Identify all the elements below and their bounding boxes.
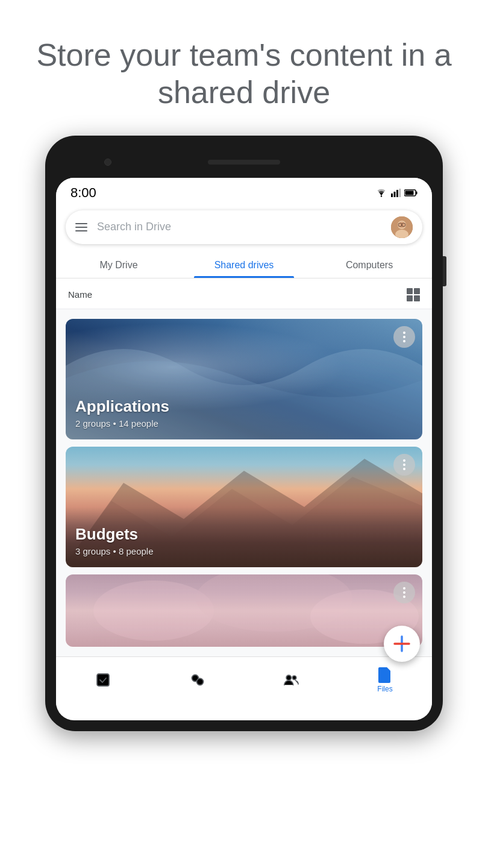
- svg-point-25: [286, 675, 291, 680]
- third-more-button[interactable]: [393, 582, 415, 603]
- nav-item-home[interactable]: [180, 670, 214, 690]
- svg-rect-1: [391, 193, 393, 197]
- hamburger-menu-icon[interactable]: [75, 223, 87, 231]
- phone-side-button: [443, 256, 446, 286]
- drive-card-applications[interactable]: Applications 2 groups • 14 people: [66, 319, 422, 439]
- svg-rect-3: [396, 190, 398, 197]
- cloud-svg: [66, 574, 422, 647]
- drives-list: Applications 2 groups • 14 people: [56, 309, 432, 656]
- svg-rect-4: [399, 189, 401, 197]
- three-dots-icon: [403, 332, 405, 342]
- phone-top-bar: [56, 146, 432, 178]
- status-bar: 8:00: [56, 178, 432, 206]
- avatar[interactable]: [391, 216, 413, 238]
- applications-more-button[interactable]: [393, 326, 415, 348]
- svg-rect-6: [416, 191, 418, 194]
- applications-info: Applications 2 groups • 14 people: [66, 388, 422, 439]
- tab-shared-drives[interactable]: Shared drives: [181, 251, 307, 278]
- budgets-title: Budgets: [75, 525, 413, 544]
- nav-item-files[interactable]: Files: [368, 664, 402, 696]
- search-input-placeholder[interactable]: Search in Drive: [97, 221, 381, 233]
- avatar-svg: [391, 216, 413, 238]
- wifi-icon: [375, 188, 387, 197]
- promo-title: Store your team's content in a shared dr…: [36, 36, 452, 112]
- status-time: 8:00: [70, 185, 96, 201]
- three-dots-icon: [403, 459, 405, 470]
- nav-item-priority[interactable]: [86, 670, 120, 690]
- tab-computers[interactable]: Computers: [307, 251, 432, 278]
- promo-section: Store your team's content in a shared dr…: [0, 0, 488, 136]
- phone-container: 8:00: [0, 136, 488, 731]
- nav-label-files: Files: [377, 685, 392, 693]
- battery-icon: [404, 189, 418, 197]
- fab-new-button[interactable]: [384, 626, 420, 662]
- bottom-navigation: Files: [56, 656, 432, 705]
- phone-screen: 8:00: [56, 178, 432, 720]
- circles-icon: [189, 672, 205, 688]
- svg-point-24: [197, 678, 204, 685]
- budgets-subtitle: 3 groups • 8 people: [75, 546, 413, 556]
- nav-item-shared[interactable]: [274, 670, 308, 690]
- budgets-info: Budgets 3 groups • 8 people: [66, 515, 422, 567]
- tab-navigation: My Drive Shared drives Computers: [56, 251, 432, 278]
- list-view-toggle[interactable]: [407, 288, 420, 301]
- content-area: Name: [56, 278, 432, 656]
- three-dots-icon: [403, 587, 405, 598]
- sort-label[interactable]: Name: [68, 289, 92, 300]
- signal-icon: [391, 189, 401, 197]
- fab-plus-icon: [392, 634, 411, 653]
- drive-card-budgets[interactable]: Budgets 3 groups • 8 people: [66, 447, 422, 567]
- svg-point-17: [93, 580, 214, 641]
- people-icon: [283, 672, 299, 688]
- sort-bar: Name: [56, 278, 432, 309]
- check-square-icon: [95, 672, 111, 688]
- drive-card-third[interactable]: [66, 574, 422, 647]
- applications-title: Applications: [75, 397, 413, 416]
- applications-subtitle: 2 groups • 14 people: [75, 418, 413, 429]
- search-bar-container: Search in Drive: [56, 206, 432, 251]
- avatar-image: [391, 216, 413, 238]
- phone-body: 8:00: [45, 136, 443, 731]
- budgets-more-button[interactable]: [393, 454, 415, 476]
- status-icons: [375, 188, 418, 197]
- svg-point-26: [292, 676, 296, 680]
- svg-rect-2: [394, 192, 396, 197]
- search-bar[interactable]: Search in Drive: [66, 210, 422, 244]
- svg-point-0: [381, 196, 382, 197]
- phone-camera: [104, 159, 111, 166]
- svg-rect-7: [405, 190, 414, 195]
- tab-my-drive[interactable]: My Drive: [56, 251, 181, 278]
- files-icon: [377, 667, 393, 682]
- phone-speaker: [208, 160, 280, 165]
- content-wrapper: Name: [56, 278, 432, 705]
